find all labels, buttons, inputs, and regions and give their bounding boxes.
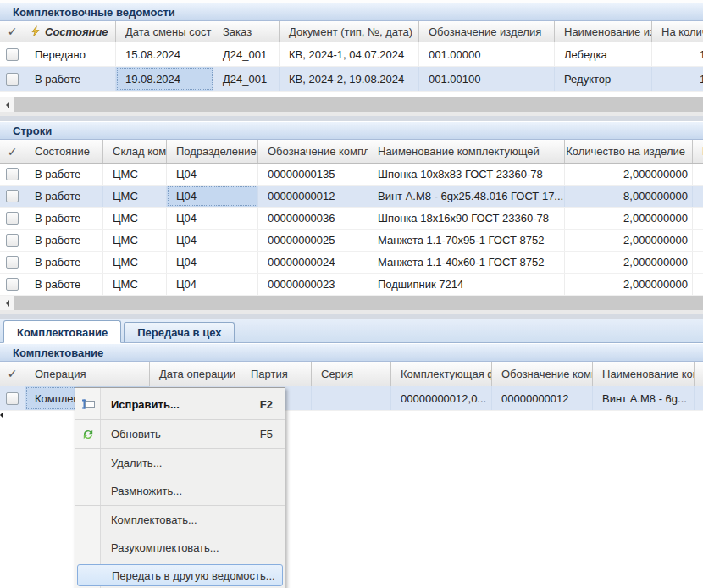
- row-checkbox-cell[interactable]: [0, 386, 25, 410]
- cell-qty[interactable]: 2,000000000: [565, 208, 693, 229]
- column-header-name[interactable]: Наименование комплектующей: [368, 140, 565, 163]
- row-checkbox-cell[interactable]: [0, 164, 25, 185]
- row-checkbox-cell[interactable]: [0, 186, 25, 207]
- cell-podr[interactable]: Ц04: [167, 274, 258, 295]
- horizontal-scrollbar[interactable]: [0, 97, 703, 112]
- cell-name[interactable]: Винт А.М8 - 6gx25.48.016 ГОСТ 17...: [368, 186, 565, 207]
- checkbox[interactable]: [6, 234, 19, 247]
- menu-item-edit[interactable]: Исправить... F2: [75, 389, 285, 419]
- cell-date-focused[interactable]: 19.08.2024: [116, 67, 213, 91]
- cell-name[interactable]: Манжета 1.1-70x95-1 ГОСТ 8752: [368, 230, 565, 251]
- table-row[interactable]: В работе ЦМС Ц04 00000000024 Манжета 1.1…: [0, 252, 703, 274]
- column-header-qty[interactable]: Количество на изделие: [565, 140, 693, 163]
- scroll-left-button[interactable]: [0, 97, 14, 112]
- cell-extra[interactable]: [693, 274, 703, 295]
- cell-name[interactable]: Подшипник 7214: [368, 274, 565, 295]
- cell-state[interactable]: В работе: [25, 186, 103, 207]
- cell-extra[interactable]: [693, 230, 703, 251]
- cell-designation[interactable]: 001.00000: [419, 42, 555, 66]
- cell-sklad[interactable]: ЦМС: [103, 164, 167, 185]
- column-header-podr[interactable]: Подразделение-: [167, 140, 258, 163]
- cell-seria[interactable]: [312, 386, 391, 410]
- cell-qty[interactable]: 2,000000000: [565, 164, 693, 185]
- cell-sklad[interactable]: ЦМС: [103, 186, 167, 207]
- table-row[interactable]: В работе ЦМС Ц04 00000000036 Шпонка 18x1…: [0, 208, 703, 230]
- scrollbar-thumb[interactable]: [14, 296, 703, 310]
- cell-state[interactable]: В работе: [25, 164, 103, 185]
- checkbox[interactable]: [6, 190, 19, 202]
- checkbox[interactable]: [6, 392, 19, 405]
- cell-sklad[interactable]: ЦМС: [103, 230, 167, 251]
- table-row[interactable]: В работе ЦМС Ц04 00000000135 Шпонка 10x8…: [0, 164, 703, 186]
- column-header-qty[interactable]: На колич: [652, 21, 703, 42]
- cell-extra[interactable]: [693, 208, 703, 229]
- cell-extra[interactable]: [693, 186, 703, 207]
- select-all-header[interactable]: ✓: [0, 21, 25, 42]
- cell-kf[interactable]: 00000000012,0...: [391, 386, 492, 410]
- table-row[interactable]: В работе ЦМС Ц04 00000000025 Манжета 1.1…: [0, 230, 703, 252]
- cell-podr[interactable]: Ц04: [167, 252, 258, 273]
- cell-sklad[interactable]: ЦМС: [103, 252, 167, 273]
- menu-item-duplicate[interactable]: Размножить...: [75, 477, 285, 505]
- row-checkbox-cell[interactable]: [0, 230, 25, 251]
- cell-oboz[interactable]: 00000000036: [258, 208, 368, 229]
- cell-sklad[interactable]: ЦМС: [103, 208, 167, 229]
- cell-designation[interactable]: 001.00100: [419, 67, 555, 91]
- column-header-oboz[interactable]: Обозначение компле: [258, 140, 368, 163]
- row-checkbox-cell[interactable]: [0, 208, 25, 229]
- column-header-oboz[interactable]: Обозначение комп: [492, 362, 593, 386]
- checkbox[interactable]: [6, 48, 19, 61]
- table-row[interactable]: Передано 15.08.2024 Д24_001 КВ, 2024-1, …: [0, 42, 703, 67]
- cell-qty[interactable]: 1: [652, 67, 703, 91]
- cell-oboz[interactable]: 00000000012: [258, 186, 368, 207]
- column-header-seria[interactable]: Серия: [312, 362, 391, 386]
- column-header-date[interactable]: Дата смены сост: [116, 21, 213, 42]
- menu-item-refresh[interactable]: Обновить F5: [75, 420, 285, 448]
- horizontal-scrollbar[interactable]: [0, 296, 703, 310]
- cell-extra[interactable]: [695, 386, 703, 410]
- column-header-extra[interactable]: К: [695, 362, 703, 386]
- column-header-date[interactable]: Дата операции: [150, 362, 241, 386]
- menu-item-razukomplektovat[interactable]: Разукомплектовать...: [75, 534, 285, 562]
- row-checkbox-cell[interactable]: [0, 274, 25, 295]
- cell-oboz[interactable]: 00000000012: [492, 386, 593, 410]
- checkbox[interactable]: [6, 278, 19, 291]
- column-header-extra[interactable]: К: [693, 140, 703, 163]
- row-checkbox-cell[interactable]: [0, 252, 25, 273]
- cell-oboz[interactable]: 00000000135: [258, 164, 368, 185]
- cell-doc[interactable]: КВ, 2024-2, 19.08.2024: [280, 67, 419, 91]
- cell-state[interactable]: В работе: [25, 208, 103, 229]
- cell-qty[interactable]: 2,000000000: [565, 274, 693, 295]
- column-header-designation[interactable]: Обозначение изделия: [419, 21, 555, 42]
- column-header-op[interactable]: Операция: [25, 362, 150, 386]
- cell-podr-focused[interactable]: Ц04: [167, 186, 258, 207]
- column-header-name[interactable]: Наименование изд: [555, 21, 652, 42]
- checkbox[interactable]: [6, 256, 19, 269]
- cell-qty[interactable]: 2,000000000: [565, 252, 693, 273]
- scrollbar-thumb[interactable]: [14, 97, 703, 112]
- column-header-order[interactable]: Заказ: [213, 21, 280, 42]
- cell-extra[interactable]: [693, 164, 703, 185]
- column-header-doc[interactable]: Документ (тип, №, дата): [280, 21, 419, 42]
- cell-podr[interactable]: Ц04: [167, 230, 258, 251]
- cell-state[interactable]: В работе: [25, 67, 116, 91]
- menu-item-delete[interactable]: Удалить...: [75, 449, 285, 477]
- scroll-left-button[interactable]: [0, 296, 14, 310]
- table-row-selected[interactable]: В работе ЦМС Ц04 00000000012 Винт А.М8 -…: [0, 186, 703, 208]
- cell-doc[interactable]: КВ, 2024-1, 04.07.2024: [280, 42, 419, 66]
- cell-order[interactable]: Д24_001: [213, 67, 280, 91]
- tab-komplektovanie[interactable]: Комплектование: [3, 320, 121, 343]
- cell-oboz[interactable]: 00000000024: [258, 252, 368, 273]
- cell-oboz[interactable]: 00000000023: [258, 274, 368, 295]
- column-header-sklad[interactable]: Склад комп: [103, 140, 167, 163]
- menu-item-transfer-to-other-vedomost[interactable]: Передать в другую ведомость...: [77, 564, 283, 586]
- cell-qty[interactable]: 2,000000000: [565, 230, 693, 251]
- checkbox[interactable]: [6, 212, 19, 225]
- cell-date[interactable]: 15.08.2024: [116, 42, 213, 66]
- cell-name[interactable]: Винт А.М8 - 6g...: [593, 386, 695, 410]
- row-checkbox-cell[interactable]: [0, 42, 25, 66]
- column-header-party[interactable]: Партия: [241, 362, 312, 386]
- checkbox[interactable]: [6, 73, 19, 86]
- cell-qty[interactable]: 8,000000000: [565, 186, 693, 207]
- select-all-header[interactable]: ✓: [0, 140, 25, 163]
